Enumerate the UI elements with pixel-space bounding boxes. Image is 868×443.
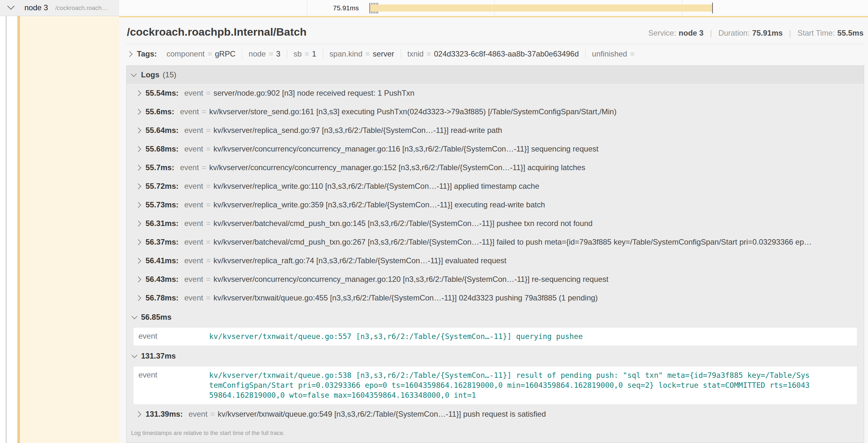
logs-footer-note: Log timestamps are relative to the start…: [127, 423, 864, 442]
log-equals: =: [202, 163, 206, 172]
span-timeline-row[interactable]: 75.91ms: [119, 0, 868, 16]
chevron-right-icon[interactable]: [135, 165, 141, 170]
chevron-right-icon[interactable]: [135, 276, 141, 282]
log-entry-row[interactable]: 55.6ms: event = kv/kvserver/store_send.g…: [127, 102, 864, 121]
span-bar[interactable]: [370, 4, 713, 11]
log-equals: =: [202, 107, 206, 116]
tag-equals: =: [427, 49, 431, 59]
log-entry-row[interactable]: 56.37ms: event = kv/kvserver/batcheval/c…: [127, 233, 864, 251]
span-service-name: node 3: [24, 3, 48, 12]
tags-label: Tags:: [137, 49, 157, 59]
log-equals: =: [206, 238, 210, 246]
log-message: kv/kvserver/concurrency/concurrency_mana…: [213, 144, 598, 154]
log-entry-expanded: 131.37ms event kv/kvserver/txnwait/queue…: [127, 346, 864, 405]
log-entry-row[interactable]: 56.41ms: event = kv/kvserver/replica_raf…: [127, 251, 864, 270]
log-entry-row[interactable]: 56.43ms: event = kv/kvserver/concurrency…: [127, 270, 864, 288]
log-message: kv/kvserver/replica_write.go:359 [n3,s3,…: [213, 200, 545, 209]
tag-item: unfinished =: [585, 49, 644, 59]
tags-toggle-row[interactable]: Tags: component = gRPC node = 3 sb = 1 s…: [127, 49, 864, 59]
log-entry-row[interactable]: 56.31ms: event = kv/kvserver/batcheval/c…: [127, 214, 864, 233]
span-operation-title: /cockroach.roachpb.Internal/Batch: [127, 26, 307, 38]
log-entry-row[interactable]: 55.68ms: event = kv/kvserver/concurrency…: [127, 140, 864, 158]
chevron-right-icon[interactable]: [135, 220, 141, 226]
log-entry-row[interactable]: 55.64ms: event = kv/kvserver/replica_sen…: [127, 121, 864, 140]
tag-value: 3: [276, 49, 280, 59]
log-timestamp: 56.31ms:: [146, 219, 179, 228]
log-entry-row[interactable]: 55.73ms: event = kv/kvserver/replica_wri…: [127, 196, 864, 214]
logs-title: Logs: [141, 70, 159, 79]
chevron-right-icon[interactable]: [135, 411, 141, 417]
chevron-down-icon[interactable]: [131, 313, 137, 319]
log-entry-row[interactable]: 56.78ms: event = kv/kvserver/txnwait/que…: [127, 288, 864, 307]
span-row-name-cell[interactable]: node 3 /cockroach.roach…: [0, 0, 119, 16]
chevron-right-icon[interactable]: [135, 146, 141, 152]
tag-equals: =: [365, 49, 370, 59]
tag-equals: =: [630, 49, 634, 59]
tag-item: node = 3: [242, 49, 287, 59]
tag-key: span.kind: [330, 49, 363, 59]
log-field-name: event: [189, 410, 208, 419]
log-timestamp: 56.41ms:: [146, 256, 179, 265]
column-resizer[interactable]: [6, 0, 6, 443]
log-message: kv/kvserver/batcheval/cmd_push_txn.go:14…: [213, 219, 592, 228]
chevron-right-icon[interactable]: [135, 295, 141, 301]
log-entry-row[interactable]: 55.72ms: event = kv/kvserver/replica_wri…: [127, 177, 864, 196]
tag-item: txnid = 024d3323-6c8f-4863-aa8b-37ab0e63…: [401, 49, 585, 59]
meta-separator: |: [789, 29, 791, 38]
log-message: kv/kvserver/replica_raft.go:74 [n3,s3,r6…: [213, 256, 506, 265]
tag-value: 024d3323-6c8f-4863-aa8b-37ab0e63496d: [434, 49, 579, 59]
chevron-down-icon[interactable]: [131, 352, 137, 358]
log-field-name: event: [184, 89, 203, 98]
log-equals: =: [210, 410, 215, 419]
log-field-name: event: [133, 332, 209, 342]
log-detail-card: event kv/kvserver/txnwait/queue.go:557 […: [133, 327, 858, 346]
chevron-right-icon[interactable]: [127, 51, 132, 57]
span-meta: Service: node 3 | Duration: 75.91ms | St…: [648, 29, 864, 38]
start-time-label: Start Time:: [798, 29, 835, 38]
meta-separator: |: [710, 29, 712, 38]
chevron-right-icon[interactable]: [135, 128, 141, 133]
chevron-right-icon[interactable]: [135, 202, 141, 208]
log-equals: =: [206, 219, 210, 228]
span-detail-header: /cockroach.roachpb.Internal/Batch Servic…: [127, 26, 864, 38]
span-color-accent-bar: [17, 0, 20, 443]
tag-item: component = gRPC: [160, 49, 242, 59]
log-timestamp: 56.43ms:: [146, 275, 179, 284]
tag-value: server: [373, 49, 394, 59]
chevron-right-icon[interactable]: [135, 90, 141, 96]
span-operation-name: /cockroach.roach…: [55, 4, 108, 11]
log-entry-expanded-header[interactable]: 56.85ms: [127, 307, 864, 327]
tag-key: txnid: [407, 49, 424, 59]
chevron-down-icon[interactable]: [7, 3, 15, 10]
chevron-right-icon[interactable]: [135, 239, 141, 245]
log-field-value: kv/kvserver/txnwait/queue.go:557 [n3,s3,…: [209, 332, 811, 342]
log-field-name: event: [184, 219, 203, 228]
log-field-name: event: [184, 294, 203, 302]
log-timestamp: 55.68ms:: [146, 144, 179, 154]
chevron-right-icon[interactable]: [135, 109, 141, 114]
span-end-log-marker: [712, 3, 713, 13]
log-message: kv/kvserver/replica_write.go:110 [n3,s3,…: [213, 182, 539, 191]
log-timestamp: 55.72ms:: [146, 182, 179, 191]
log-timestamp: 55.64ms:: [146, 126, 179, 135]
log-field-name: event: [180, 163, 199, 172]
log-timestamp: 55.54ms:: [146, 89, 179, 98]
chevron-right-icon[interactable]: [135, 183, 141, 189]
log-entry-expanded-header[interactable]: 131.37ms: [127, 346, 864, 366]
chevron-right-icon[interactable]: [135, 258, 141, 264]
log-field-name: event: [184, 200, 203, 209]
log-field-name: event: [184, 182, 203, 191]
log-message: kv/kvserver/txnwait/queue.go:549 [n3,s3,…: [218, 410, 546, 419]
log-entry-row[interactable]: 55.54ms: event = server/node.go:902 [n3]…: [127, 84, 864, 102]
log-entry-row[interactable]: 55.7ms: event = kv/kvserver/concurrency/…: [127, 158, 864, 177]
chevron-down-icon[interactable]: [131, 71, 136, 77]
logs-header[interactable]: Logs (15): [126, 66, 864, 84]
log-timestamp: 56.37ms:: [146, 238, 179, 246]
tag-equals: =: [269, 49, 273, 59]
selected-span-row-highlight: [20, 16, 119, 443]
log-message: kv/kvserver/concurrency/concurrency_mana…: [209, 163, 585, 172]
log-equals: =: [206, 182, 210, 191]
log-field-name: event: [184, 238, 203, 246]
log-timestamp: 131.39ms:: [146, 410, 183, 419]
log-entry-row[interactable]: 131.39ms: event = kv/kvserver/txnwait/qu…: [127, 405, 864, 423]
